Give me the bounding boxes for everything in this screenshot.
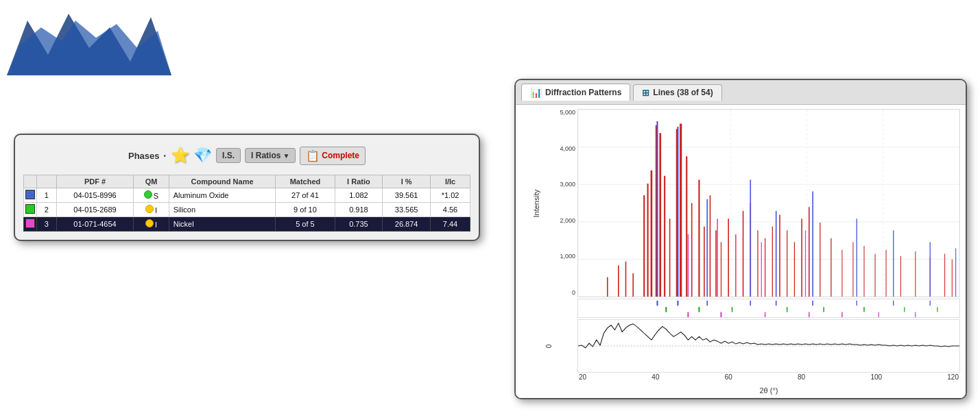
col-header-matched: Matched: [276, 175, 335, 188]
row-matched: 5 of 5: [276, 217, 335, 232]
dropdown-arrow-icon: ▼: [283, 152, 289, 160]
x-tick-20: 20: [579, 373, 586, 386]
row-iratio: 0.918: [335, 203, 383, 217]
phases-table: PDF # QM Compound Name Matched I Ratio I…: [23, 175, 470, 232]
row-num: 3: [37, 217, 57, 232]
x-axis-label: 2θ (°): [759, 386, 778, 395]
gem-icon: 💎: [193, 147, 212, 164]
logo-area: [7, 7, 185, 82]
tab-lines[interactable]: ⊞ Lines (38 of 54): [633, 84, 721, 101]
col-header-pdf: PDF #: [56, 175, 134, 188]
row-iic: 4.56: [431, 203, 470, 217]
row-color-swatch: [25, 190, 35, 199]
col-header-ipct: I %: [383, 175, 431, 188]
y-axis-label: Intensity: [532, 189, 540, 217]
table-row[interactable]: 1 04-015-8996 S Aluminum Oxide 27 of 41 …: [24, 188, 470, 203]
residual-y-label: 0: [546, 344, 553, 348]
col-header-qm: QM: [134, 175, 169, 188]
row-matched: 27 of 41: [276, 188, 335, 203]
tab-diffraction-patterns[interactable]: 📊 Diffraction Patterns: [521, 84, 630, 101]
table-row[interactable]: 3 01-071-4654 I Nickel 5 of 5 0.735 26.8…: [24, 217, 470, 232]
x-tick-120: 120: [947, 373, 959, 386]
row-iratio: 1.082: [335, 188, 383, 203]
table-row[interactable]: 2 04-015-2689 I Silicon 9 of 10 0.918 33…: [24, 203, 470, 217]
main-chart-svg: [578, 110, 959, 297]
y-tick-0: 0: [572, 289, 575, 296]
row-color-swatch: [25, 204, 35, 214]
complete-icon: 📋: [306, 149, 320, 162]
row-num: 1: [37, 188, 57, 203]
row-matched: 9 of 10: [276, 203, 335, 217]
row-compound: Nickel: [169, 217, 276, 232]
col-header-num: [37, 175, 57, 188]
row-ipct: 26.874: [383, 217, 431, 232]
tick-marks-svg: [578, 299, 959, 317]
row-pdf: 01-071-4654: [56, 217, 134, 232]
row-compound: Aluminum Oxide: [169, 188, 276, 203]
y-tick-5000: 5,000: [560, 109, 575, 116]
row-qm: I: [134, 217, 169, 232]
is-button[interactable]: I.S.: [216, 148, 241, 163]
row-ipct: 39.561: [383, 188, 431, 203]
diffraction-tabs: 📊 Diffraction Patterns ⊞ Lines (38 of 54…: [516, 80, 966, 105]
row-iic: 7.44: [431, 217, 470, 232]
row-qm: S: [134, 188, 169, 203]
x-tick-60: 60: [725, 373, 732, 386]
residual-chart-svg: [578, 320, 959, 372]
chart-tab-icon: 📊: [530, 87, 542, 98]
complete-button[interactable]: 📋 Complete: [300, 147, 366, 165]
row-pdf: 04-015-2689: [56, 203, 134, 217]
phases-window: Phases • ⭐ 💎 I.S. I Ratios ▼ 📋 Complete …: [14, 134, 480, 241]
star-icon: ⭐: [170, 146, 189, 165]
qm-indicator: [145, 205, 154, 213]
row-ipct: 33.565: [383, 203, 431, 217]
lines-tab-icon: ⊞: [642, 88, 649, 98]
x-tick-80: 80: [798, 373, 805, 386]
col-header-color1: [24, 175, 37, 188]
x-tick-100: 100: [870, 373, 882, 386]
row-qm: I: [134, 203, 169, 217]
y-tick-1000: 1,000: [560, 253, 575, 260]
row-num: 2: [37, 203, 57, 217]
col-header-iic: I/Ic: [431, 175, 470, 188]
y-tick-3000: 3,000: [560, 181, 575, 188]
y-tick-2000: 2,000: [560, 217, 575, 224]
diffraction-window: 📊 Diffraction Patterns ⊞ Lines (38 of 54…: [514, 79, 967, 399]
col-header-compound: Compound Name: [169, 175, 276, 188]
row-pdf: 04-015-8996: [56, 188, 134, 203]
row-color-swatch: [25, 219, 35, 228]
phases-toolbar: Phases • ⭐ 💎 I.S. I Ratios ▼ 📋 Complete: [23, 143, 470, 168]
i-ratios-button[interactable]: I Ratios ▼: [245, 148, 296, 163]
x-tick-40: 40: [652, 373, 659, 386]
col-header-iratio: I Ratio: [335, 175, 383, 188]
phases-label: Phases: [128, 151, 160, 161]
y-tick-4000: 4,000: [560, 145, 575, 152]
row-iic: *1.02: [431, 188, 470, 203]
qm-indicator: [144, 190, 152, 199]
row-iratio: 0.735: [335, 217, 383, 232]
row-compound: Silicon: [169, 203, 276, 217]
qm-indicator: [145, 219, 154, 227]
